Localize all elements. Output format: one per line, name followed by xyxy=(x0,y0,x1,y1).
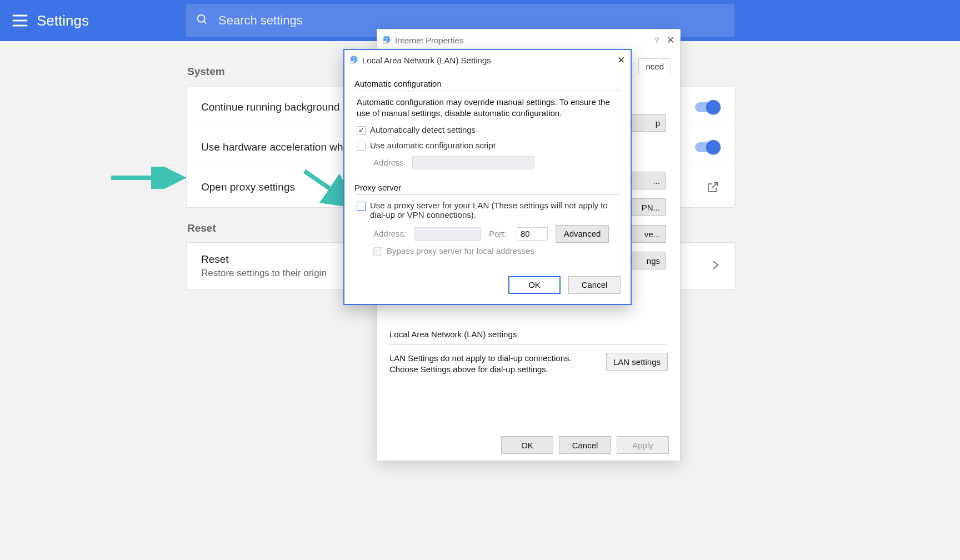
script-address-row: Address xyxy=(373,156,618,169)
port-label: Port: xyxy=(489,229,509,238)
chevron-right-icon xyxy=(712,259,719,273)
svg-rect-12 xyxy=(351,61,354,64)
annotation-arrow-icon xyxy=(108,167,186,189)
chk-auto-detect[interactable]: Automatically detect settings xyxy=(357,125,618,135)
chk-label: Use a proxy server for your LAN (These s… xyxy=(370,201,618,219)
chk-use-proxy[interactable]: Use a proxy server for your LAN (These s… xyxy=(357,201,618,219)
script-address-input xyxy=(412,156,534,169)
proxy-address-input xyxy=(414,227,481,241)
checkbox-icon xyxy=(357,202,366,211)
group-auto-label: Automatic configuration xyxy=(354,79,621,88)
row-label: Use hardware acceleration wh xyxy=(201,141,343,153)
external-link-icon xyxy=(706,181,719,194)
reset-sub: Restore settings to their origin xyxy=(201,268,327,279)
advanced-button[interactable]: Advanced xyxy=(556,225,609,243)
menu-icon[interactable] xyxy=(12,14,28,27)
lan-body: Automatic configuration Automatic config… xyxy=(344,70,631,268)
cancel-button[interactable]: Cancel xyxy=(559,436,611,454)
chk-label: Automatically detect settings xyxy=(370,125,476,134)
proxy-port-input xyxy=(517,227,548,241)
toggle-on[interactable] xyxy=(695,142,719,152)
row-label: Reset Restore settings to their origin xyxy=(201,253,327,279)
dialog-title: Local Area Network (LAN) Settings xyxy=(362,56,491,65)
chk-label: Use automatic configuration script xyxy=(370,141,496,150)
ok-button[interactable]: OK xyxy=(508,276,561,294)
separator xyxy=(389,344,668,345)
globe-icon xyxy=(382,34,392,46)
row-label: Open proxy settings xyxy=(201,181,295,193)
svg-point-3 xyxy=(198,15,205,22)
chk-auto-script[interactable]: Use automatic configuration script xyxy=(357,141,618,151)
cancel-button[interactable]: Cancel xyxy=(568,276,621,294)
toggle-on[interactable] xyxy=(695,102,719,112)
lan-section-title: Local Area Network (LAN) settings xyxy=(389,329,668,339)
auto-desc: Automatic configuration may override man… xyxy=(357,97,618,119)
reset-title: Reset xyxy=(201,253,229,265)
checkbox-icon xyxy=(357,126,366,135)
lan-settings-button[interactable]: LAN settings xyxy=(606,353,668,371)
svg-line-4 xyxy=(204,21,207,24)
group-auto: Automatic configuration may override man… xyxy=(354,97,621,177)
dialog-titlebar[interactable]: Internet Properties ? ✕ xyxy=(377,29,680,51)
close-icon[interactable]: ✕ xyxy=(667,34,674,46)
lan-desc: LAN Settings do not apply to dial-up con… xyxy=(389,353,597,376)
tab-advanced[interactable]: nced xyxy=(638,58,671,75)
apply-button[interactable]: Apply xyxy=(617,436,669,454)
search-input[interactable] xyxy=(218,13,734,28)
separator xyxy=(354,91,621,91)
dialog-title: Internet Properties xyxy=(395,36,463,45)
separator xyxy=(354,194,621,195)
lan-action-row: OK Cancel xyxy=(344,268,631,304)
ip-action-row: OK Cancel Apply xyxy=(377,429,680,461)
chk-bypass-local[interactable]: Bypass proxy server for local addresses xyxy=(373,246,618,256)
dialog-titlebar[interactable]: Local Area Network (LAN) Settings ✕ xyxy=(344,50,631,70)
lan-settings-dialog: Local Area Network (LAN) Settings ✕ Auto… xyxy=(343,49,632,305)
svg-rect-9 xyxy=(383,41,387,44)
page-title: Settings xyxy=(37,12,89,29)
checkbox-icon xyxy=(357,142,366,151)
checkbox-icon xyxy=(373,247,382,256)
ip-lan-block: Local Area Network (LAN) settings LAN Se… xyxy=(389,329,668,376)
group-proxy-label: Proxy server xyxy=(354,183,621,192)
close-icon[interactable]: ✕ xyxy=(617,54,625,66)
proxy-address-row: Address: Port: Advanced xyxy=(373,225,618,243)
address-label: Address: xyxy=(373,229,407,238)
ok-button[interactable]: OK xyxy=(501,436,553,454)
search-icon xyxy=(196,13,208,28)
globe-icon xyxy=(349,54,359,66)
group-proxy: Use a proxy server for your LAN (These s… xyxy=(354,201,621,266)
row-label: Continue running background xyxy=(201,101,339,113)
address-label: Address xyxy=(373,158,407,167)
help-button[interactable]: ? xyxy=(654,36,659,45)
chk-label: Bypass proxy server for local addresses xyxy=(387,246,534,256)
